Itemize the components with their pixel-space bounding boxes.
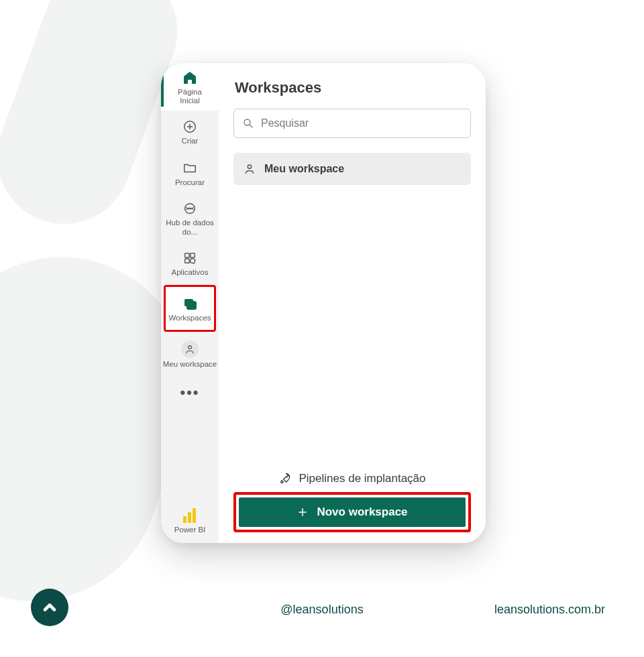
svg-point-12 <box>286 476 288 477</box>
svg-point-10 <box>244 119 250 125</box>
sidebar: Página Inicial Criar Procurar Hub de dad… <box>161 63 219 543</box>
plus-circle-icon <box>182 119 198 135</box>
svg-rect-4 <box>185 259 189 263</box>
svg-point-1 <box>185 204 195 214</box>
onelake-icon <box>182 200 198 217</box>
more-icon: ••• <box>180 384 199 401</box>
search-box[interactable] <box>233 109 471 138</box>
search-icon <box>242 117 254 129</box>
sidebar-item-label: Hub de dados do... <box>162 219 217 236</box>
app-window: Página Inicial Criar Procurar Hub de dad… <box>161 63 486 543</box>
svg-rect-8 <box>187 302 196 309</box>
sidebar-more-button[interactable]: ••• <box>161 375 219 411</box>
sidebar-item-workspaces[interactable]: Workspaces <box>164 285 216 332</box>
panel-spacer <box>233 185 471 472</box>
sidebar-item-browse[interactable]: Procurar <box>161 152 219 194</box>
pipelines-label: Pipelines de implantação <box>299 472 425 485</box>
sidebar-spacer <box>161 411 219 500</box>
workspaces-panel: Workspaces Meu workspace Pipelines de im… <box>219 63 486 543</box>
powerbi-logo-icon <box>183 507 197 523</box>
svg-point-9 <box>189 345 192 349</box>
home-icon <box>182 70 198 86</box>
sidebar-item-label: Criar <box>182 137 199 145</box>
rocket-icon <box>278 472 292 485</box>
sidebar-item-label: Página Inicial <box>178 88 202 105</box>
svg-rect-3 <box>191 253 195 257</box>
plus-icon <box>297 506 309 518</box>
sidebar-item-my-workspace[interactable]: Meu workspace <box>161 333 219 375</box>
workspaces-icon <box>182 296 198 312</box>
sidebar-item-label: Procurar <box>175 178 205 187</box>
sidebar-item-label: Meu workspace <box>163 360 217 369</box>
sidebar-item-apps[interactable]: Aplicativos <box>161 242 219 284</box>
apps-icon <box>182 250 198 266</box>
sidebar-item-create[interactable]: Criar <box>161 111 219 152</box>
new-workspace-label: Novo workspace <box>317 505 407 519</box>
svg-rect-2 <box>185 253 189 257</box>
sidebar-item-datahub[interactable]: Hub de dados do... <box>161 194 219 241</box>
svg-rect-5 <box>190 258 195 263</box>
deployment-pipelines-link[interactable]: Pipelines de implantação <box>233 472 471 485</box>
sidebar-item-label: Aplicativos <box>172 268 209 277</box>
person-icon <box>181 341 199 358</box>
sidebar-item-label: Workspaces <box>168 314 211 322</box>
new-workspace-highlight: Novo workspace <box>233 492 471 532</box>
new-workspace-button[interactable]: Novo workspace <box>239 497 466 527</box>
sidebar-item-home[interactable]: Página Inicial <box>161 63 219 111</box>
folder-icon <box>182 160 198 176</box>
person-icon <box>243 162 256 176</box>
svg-point-11 <box>248 165 251 168</box>
panel-title: Workspaces <box>235 79 471 97</box>
sidebar-item-label: Power BI <box>174 526 206 534</box>
workspace-item-label: Meu workspace <box>264 163 344 175</box>
footer-url: leansolutions.com.br <box>494 603 605 617</box>
search-input[interactable] <box>261 117 462 129</box>
workspace-list-item-my-workspace[interactable]: Meu workspace <box>233 153 471 185</box>
sidebar-item-powerbi[interactable]: Power BI <box>161 500 219 543</box>
